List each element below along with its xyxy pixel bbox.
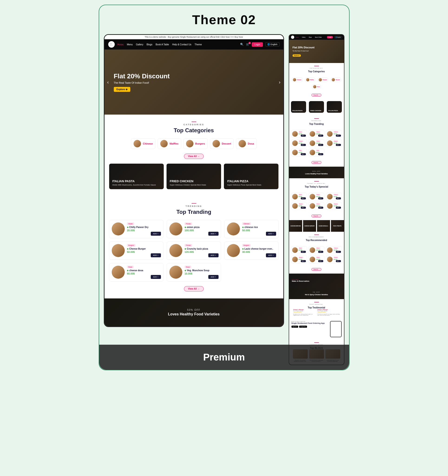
product-image	[169, 244, 182, 257]
app-promo: MOBILE APPLICATIONSingle Restaurant Food…	[289, 319, 344, 340]
nav-menu[interactable]: Menu	[127, 43, 133, 46]
add-button[interactable]: ADD +	[266, 253, 276, 257]
product-card[interactable]: BurgersLaziz cheese burger ever..30.00$A…	[224, 242, 279, 260]
product-name: Chilly Paneer Dry	[127, 226, 161, 228]
category-name: Waffles	[169, 142, 179, 145]
feature-title: ITALIAN PIZZA	[227, 179, 275, 183]
product-tag: Pizzas	[185, 222, 192, 225]
banner-discount: 50% OFF	[187, 309, 200, 311]
explore-button[interactable]: Explore ⊕	[293, 54, 301, 57]
product-name: cheese dosa	[127, 269, 161, 272]
language-selector[interactable]: 🌐 English	[334, 36, 342, 38]
product-image	[112, 222, 125, 235]
product-card[interactable]: BurgersCheese Burger50.00$ADD +	[109, 242, 163, 260]
product-tag: Dosa	[127, 266, 134, 268]
gallery-item[interactable]: PIZZA TREATS	[331, 220, 344, 232]
category-name: Burgers	[195, 142, 205, 145]
gallery-item[interactable]: CHANA MASALA	[317, 220, 330, 232]
product-image	[169, 222, 182, 235]
product-card[interactable]: Chinesechinese rice50.00$ADD +	[224, 220, 279, 238]
login-button[interactable]: Login	[327, 36, 333, 38]
gallery-item[interactable]: CHICKEN BIRYANI	[289, 220, 302, 232]
product-tag: Burgers	[127, 244, 136, 247]
category-item[interactable]: Burgers	[184, 138, 208, 149]
nav-blogs[interactable]: Blogs	[146, 43, 152, 46]
side-preview: 🍴 HomeGalleryBlogsBook A Table Login 🌐 E…	[289, 34, 344, 365]
product-tag: Soup	[185, 266, 191, 268]
product-card[interactable]: HomeChilly Paneer Dry20.00$ADD +	[109, 220, 163, 238]
product-card[interactable]: Pizzasonion pizza100.00$ADD +	[167, 220, 221, 238]
nav-gallery[interactable]: Gallery	[136, 43, 143, 46]
section-title: Top Tranding	[109, 209, 279, 215]
carousel-prev-icon[interactable]: ‹	[107, 79, 109, 85]
feature-card[interactable]: ITALIAN PASTAShells With Mushrooms, Zucc…	[109, 164, 164, 189]
section-title: Top Categories	[109, 127, 279, 134]
nav-book[interactable]: Book A Table	[156, 43, 169, 46]
product-card[interactable]: PizzasCrunchy laziz pizza120.00$ADD +	[167, 242, 221, 260]
view-all-button[interactable]: View All →	[184, 154, 204, 159]
gallery-item[interactable]: CHEESE BURGER	[303, 220, 316, 232]
product-tag: Chinese	[242, 222, 251, 225]
product-name: chinese rice	[242, 226, 276, 228]
product-tag: Pizzas	[185, 244, 192, 247]
nav-help[interactable]: Help & Contact Us	[172, 43, 191, 46]
language-selector[interactable]: 🌐 English	[265, 42, 279, 46]
carousel-next-icon[interactable]: ›	[279, 79, 280, 85]
premium-overlay: Premium	[99, 345, 349, 370]
login-button[interactable]: Login	[252, 42, 263, 47]
add-button[interactable]: ADD +	[151, 253, 161, 257]
product-image	[112, 266, 125, 279]
explore-button[interactable]: Explore ⊕	[114, 87, 130, 92]
product-price: 50.00$	[127, 250, 161, 253]
cart-badge: 0	[248, 42, 251, 44]
category-item[interactable]: Chinese	[131, 138, 155, 149]
cart-icon[interactable]: 🛒0	[246, 43, 249, 46]
nav-theme[interactable]: Theme	[195, 43, 202, 46]
category-item[interactable]: Waffles	[158, 138, 181, 149]
category-item[interactable]: Dessert	[210, 138, 234, 149]
product-card[interactable]: SoupVeg. Munchow Soup10.00$ADD +	[167, 263, 221, 282]
theme-title: Theme 02	[104, 12, 344, 27]
promo-banner: 50% OFF Loves Healthy Food Varieties	[105, 298, 283, 326]
products-grid: HomeChilly Paneer Dry20.00$ADD + Pizzaso…	[109, 220, 279, 282]
category-name: Chinese	[143, 142, 153, 145]
demo-banner[interactable]: This is a demo website - Buy genuine Sin…	[105, 35, 283, 39]
product-card[interactable]: Dosacheese dosa60.00$ADD +	[109, 263, 163, 282]
add-button[interactable]: ADD +	[208, 232, 218, 236]
add-button[interactable]: ADD +	[208, 253, 218, 257]
section-label: CATEGORIES	[109, 122, 279, 126]
app-store-button[interactable]: App Store	[291, 326, 298, 328]
feature-sub: Super Delicious Chicken Special Best Dea…	[170, 184, 218, 186]
logo-icon[interactable]: 🍴	[291, 36, 294, 39]
category-name: Dosa	[248, 142, 254, 145]
product-image	[227, 222, 240, 235]
section-label: TRENDING	[109, 203, 279, 207]
categories-section: CATEGORIES Top Categories Chinese Waffle…	[105, 115, 283, 196]
add-button[interactable]: ADD +	[266, 232, 276, 236]
banner-text: Loves Healthy Food Varieties	[168, 312, 219, 316]
product-price: 60.00$	[127, 272, 161, 275]
reservation-banner[interactable]: BOOK A TABLEMake A Reservation	[289, 274, 344, 288]
categories-list: Chinese Waffles Burgers Dessert Dosa	[109, 138, 279, 149]
category-image	[160, 140, 168, 147]
view-all-button[interactable]: View All →	[184, 286, 204, 291]
add-button[interactable]: ADD +	[208, 275, 218, 279]
feature-card[interactable]: ITALIAN PIZZASuper Delicious Pizza Speci…	[224, 164, 279, 189]
hero-title: Flat 20% Discount	[114, 73, 274, 80]
logo-icon[interactable]: 🍴	[108, 41, 115, 48]
product-price: 100.00$	[185, 229, 218, 232]
nav-home[interactable]: Home	[118, 43, 124, 46]
phone-mockup	[330, 321, 342, 337]
testimonial-card: Owner's MarginFan of Single restaurant★★…	[318, 309, 340, 316]
feature-title: ITALIAN PASTA	[112, 179, 161, 183]
header: 🍴 HomeGalleryBlogsBook A Table Login 🌐 E…	[289, 35, 344, 40]
main-preview: This is a demo website - Buy genuine Sin…	[104, 34, 284, 327]
feature-cards: ITALIAN PASTAShells With Mushrooms, Zucc…	[109, 164, 279, 189]
product-price: 50.00$	[242, 229, 276, 232]
category-item[interactable]: Dosa	[236, 138, 257, 149]
search-icon[interactable]: 🔍	[240, 43, 244, 46]
feature-card[interactable]: FRIED CHICKENSuper Delicious Chicken Spe…	[167, 164, 221, 189]
add-button[interactable]: ADD +	[151, 232, 161, 236]
play-store-button[interactable]: Google Play	[299, 326, 307, 328]
add-button[interactable]: ADD +	[151, 275, 161, 279]
